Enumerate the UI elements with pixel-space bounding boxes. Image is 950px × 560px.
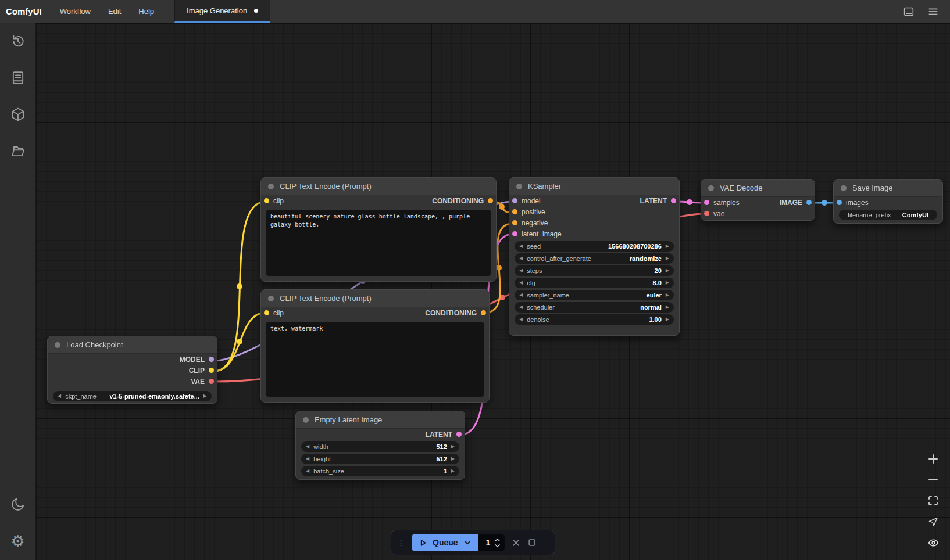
- collapse-dot[interactable]: [268, 296, 274, 301]
- increment-arrow-icon[interactable]: ▶: [666, 268, 669, 273]
- decrement-arrow-icon[interactable]: ◀: [519, 244, 523, 249]
- decrement-arrow-icon[interactable]: ◀: [306, 469, 309, 473]
- widget-cfg[interactable]: ◀ cfg 8.0 ▶: [515, 278, 674, 288]
- queue-button[interactable]: Queue: [412, 534, 478, 551]
- increment-arrow-icon[interactable]: ▶: [666, 317, 669, 322]
- theme-toggle-moon-icon[interactable]: [9, 496, 27, 513]
- menu-workflow[interactable]: Workflow: [51, 0, 99, 23]
- widget-control-after-generate[interactable]: ◀ control_after_generate randomize ▶: [515, 253, 674, 264]
- widget-width[interactable]: ◀ width 512 ▶: [301, 441, 459, 452]
- output-port-vae[interactable]: [209, 379, 214, 384]
- toggle-visibility-eye-icon[interactable]: [926, 536, 941, 550]
- collapse-dot[interactable]: [268, 184, 274, 189]
- widget-batch-size[interactable]: ◀ batch_size 1 ▶: [301, 466, 459, 476]
- node-library-icon[interactable]: [9, 69, 27, 87]
- select-mode-pointer-icon[interactable]: [926, 515, 941, 529]
- queue-history-icon[interactable]: [9, 33, 27, 50]
- input-port-latent-image[interactable]: [512, 231, 517, 236]
- input-port-images[interactable]: [837, 200, 842, 205]
- node-clip-text-encode-positive[interactable]: CLIP Text Encode (Prompt) clip CONDITION…: [260, 177, 497, 282]
- widget-filename-prefix[interactable]: filename_prefix ComfyUI: [839, 210, 937, 220]
- increment-arrow-icon[interactable]: ▶: [666, 293, 669, 297]
- zoom-in-icon[interactable]: [926, 452, 941, 466]
- decrement-arrow-icon[interactable]: ◀: [306, 457, 309, 461]
- decrement-arrow-icon[interactable]: ◀: [519, 293, 523, 297]
- node-save-image[interactable]: Save Image images filename_prefix ComfyU…: [833, 179, 943, 224]
- widget-ckpt-name[interactable]: ◀ ckpt_name v1-5-pruned-emaonly.safete..…: [53, 391, 212, 401]
- output-port-latent[interactable]: [671, 198, 676, 203]
- decrement-arrow-icon[interactable]: ◀: [519, 317, 523, 322]
- collapse-dot[interactable]: [303, 417, 309, 423]
- widget-height[interactable]: ◀ height 512 ▶: [301, 454, 459, 464]
- output-port-clip[interactable]: [209, 368, 214, 373]
- input-port-clip[interactable]: [264, 198, 269, 203]
- increment-arrow-icon[interactable]: ▶: [666, 305, 669, 310]
- output-port-image[interactable]: [806, 200, 812, 205]
- next-option-arrow-icon[interactable]: ▶: [203, 394, 207, 399]
- output-port-latent[interactable]: [456, 432, 462, 437]
- output-port-model[interactable]: [209, 357, 214, 362]
- input-port-clip[interactable]: [264, 310, 269, 315]
- input-port-model[interactable]: [512, 198, 517, 203]
- node-empty-latent-image[interactable]: Empty Latent Image LATENT ◀ width 512 ▶ …: [295, 411, 465, 480]
- node-header[interactable]: Load Checkpoint: [48, 336, 217, 354]
- input-port-vae[interactable]: [704, 211, 709, 216]
- widget-scheduler[interactable]: ◀ scheduler normal ▶: [515, 302, 674, 313]
- decrement-arrow-icon[interactable]: ◀: [306, 444, 309, 449]
- increment-arrow-icon[interactable]: ▶: [666, 281, 669, 285]
- input-port-negative[interactable]: [512, 220, 517, 225]
- decrement-arrow-icon[interactable]: ◀: [519, 305, 523, 310]
- widget-steps[interactable]: ◀ steps 20 ▶: [515, 265, 674, 276]
- node-ksampler[interactable]: KSampler model LATENT positive negative …: [509, 177, 680, 336]
- menu-edit[interactable]: Edit: [99, 0, 130, 23]
- collapse-dot[interactable]: [55, 342, 60, 348]
- output-port-conditioning[interactable]: [488, 198, 493, 203]
- decrement-arrow-icon[interactable]: ◀: [519, 281, 523, 285]
- node-clip-text-encode-negative[interactable]: CLIP Text Encode (Prompt) clip CONDITION…: [260, 289, 490, 403]
- node-graph-canvas[interactable]: CLIP Text Encode (Prompt) clip CONDITION…: [36, 23, 950, 560]
- toolbar-drag-handle[interactable]: ⋮: [397, 539, 405, 547]
- node-vae-decode[interactable]: VAE Decode samples IMAGE vae: [701, 179, 815, 221]
- increment-arrow-icon[interactable]: ▶: [451, 457, 455, 461]
- batch-count-field[interactable]: 1: [478, 534, 505, 551]
- cancel-run-icon[interactable]: [511, 538, 521, 548]
- fit-view-icon[interactable]: [926, 494, 941, 508]
- bottom-panel-toggle-icon[interactable]: [902, 5, 915, 18]
- prompt-textarea[interactable]: beautiful scenery nature glass bottle la…: [266, 210, 491, 276]
- increment-arrow-icon[interactable]: ▶: [451, 469, 455, 473]
- hamburger-menu-icon[interactable]: [927, 5, 940, 18]
- node-load-checkpoint[interactable]: Load Checkpoint MODEL CLIP VAE ◀ ckpt_na…: [47, 336, 217, 404]
- node-header[interactable]: KSampler: [509, 178, 679, 195]
- settings-gear-icon[interactable]: ⚙: [9, 532, 27, 550]
- increment-arrow-icon[interactable]: ▶: [666, 244, 669, 249]
- output-port-conditioning[interactable]: [481, 310, 486, 315]
- collapse-dot[interactable]: [841, 185, 847, 191]
- widget-seed[interactable]: ◀ seed 156680208700286 ▶: [515, 241, 674, 252]
- prev-option-arrow-icon[interactable]: ◀: [58, 394, 61, 399]
- node-header[interactable]: CLIP Text Encode (Prompt): [261, 178, 496, 195]
- node-header[interactable]: Empty Latent Image: [296, 411, 465, 429]
- input-port-positive[interactable]: [512, 209, 517, 214]
- tab-image-generation[interactable]: Image Generation: [174, 0, 270, 23]
- model-library-icon[interactable]: [9, 106, 27, 123]
- node-header[interactable]: CLIP Text Encode (Prompt): [261, 290, 489, 307]
- collapse-dot[interactable]: [708, 185, 714, 191]
- menu-help[interactable]: Help: [130, 0, 163, 23]
- decrement-arrow-icon[interactable]: ◀: [519, 256, 523, 261]
- zoom-out-icon[interactable]: [926, 473, 941, 487]
- widget-denoise[interactable]: ◀ denoise 1.00 ▶: [515, 314, 674, 325]
- count-increment-icon[interactable]: [494, 538, 501, 542]
- prompt-textarea[interactable]: text, watermark: [266, 322, 484, 397]
- count-decrement-icon[interactable]: [494, 544, 501, 548]
- input-port-samples[interactable]: [704, 200, 709, 205]
- increment-arrow-icon[interactable]: ▶: [451, 444, 455, 449]
- node-header[interactable]: Save Image: [834, 180, 942, 197]
- increment-arrow-icon[interactable]: ▶: [666, 256, 669, 261]
- widget-sampler-name[interactable]: ◀ sampler_name euler ▶: [515, 290, 674, 300]
- collapse-dot[interactable]: [516, 184, 522, 189]
- node-header[interactable]: VAE Decode: [701, 180, 815, 197]
- decrement-arrow-icon[interactable]: ◀: [519, 268, 523, 273]
- workflows-folder-icon[interactable]: [9, 142, 27, 160]
- clear-queue-icon[interactable]: [527, 538, 537, 547]
- chevron-down-icon[interactable]: [463, 539, 472, 547]
